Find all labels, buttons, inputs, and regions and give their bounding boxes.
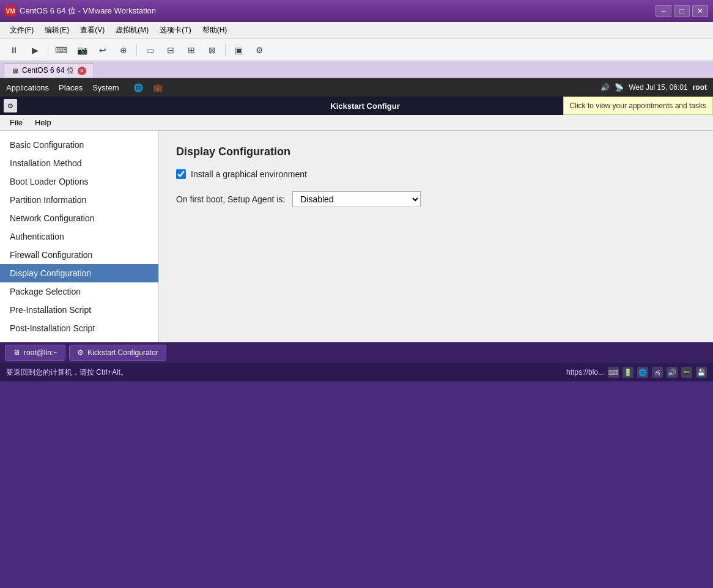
toolbar-separator-3 (225, 44, 226, 56)
graphical-env-label: Install a graphical environment (191, 169, 307, 179)
console-button[interactable]: ▣ (229, 42, 248, 59)
status-icon-3: 🌐 (637, 367, 648, 378)
app-icon: VM (5, 6, 16, 17)
vmware-toolbar: ⏸ ▶ ⌨ 📷 ↩ ⊕ ▭ ⊟ ⊞ ⊠ ▣ ⚙ (0, 39, 713, 61)
vmware-menu-bar: 文件(F) 编辑(E) 查看(V) 虚拟机(M) 选项卡(T) 帮助(H) (0, 22, 713, 39)
sidebar-item-package-selection[interactable]: Package Selection (0, 282, 158, 301)
tab-label: CentOS 6 64 位 (22, 65, 74, 76)
setup-agent-select[interactable]: Disabled Enabled Enabled, but not config… (292, 191, 421, 207)
full-screen[interactable]: ⊞ (182, 42, 201, 59)
menu-file[interactable]: 文件(F) (5, 24, 39, 37)
sidebar-item-display-configuration[interactable]: Display Configuration (0, 264, 158, 282)
app-menu-help[interactable]: Help (30, 117, 56, 128)
tab-close-button[interactable]: ✕ (78, 67, 86, 75)
content-panel: Display Configuration Install a graphica… (159, 131, 713, 342)
menu-view[interactable]: 查看(V) (75, 24, 109, 37)
view-button[interactable]: ▭ (141, 42, 159, 59)
kickstart-app-icon: ⚙ (4, 99, 17, 112)
window-title: CentOS 6 64 位 - VMware Workstation (20, 6, 656, 17)
graphical-env-row: Install a graphical environment (176, 169, 696, 179)
status-icon-1: ⌨ (608, 367, 619, 378)
terminal-icon: 🖥 (13, 348, 20, 357)
status-icon-6: 📟 (681, 367, 692, 378)
kickstart-taskbar-label: Kickstart Configurator (87, 348, 158, 357)
status-icon-7: 💾 (696, 367, 707, 378)
settings-button[interactable]: ⚙ (250, 42, 268, 59)
setup-agent-row: On first boot, Setup Agent is: Disabled … (176, 191, 696, 207)
main-content: Basic Configuration Installation Method … (0, 131, 713, 342)
sidebar: Basic Configuration Installation Method … (0, 131, 159, 342)
tab-bar: 🖥 CentOS 6 64 位 ✕ (0, 61, 713, 78)
sidebar-item-post-installation-script[interactable]: Post-Installation Script (0, 319, 158, 337)
kickstart-taskbar-button[interactable]: ⚙ Kickstart Configurator (69, 345, 166, 361)
menu-tab[interactable]: 选项卡(T) (155, 24, 196, 37)
sidebar-item-partition-information[interactable]: Partition Information (0, 191, 158, 209)
sidebar-item-pre-installation-script[interactable]: Pre-Installation Script (0, 301, 158, 319)
vm-tab[interactable]: 🖥 CentOS 6 64 位 ✕ (4, 63, 94, 78)
clone-button[interactable]: ⊕ (114, 42, 133, 59)
pause-button[interactable]: ⏸ (5, 42, 23, 59)
app-menu-file[interactable]: File (5, 117, 28, 128)
graphical-env-checkbox[interactable] (176, 169, 186, 179)
sidebar-item-firewall-configuration[interactable]: Firewall Configuration (0, 246, 158, 264)
exit-full[interactable]: ⊠ (203, 42, 221, 59)
sidebar-item-authentication[interactable]: Authentication (0, 227, 158, 246)
send-keys-button[interactable]: ⌨ (52, 42, 70, 59)
clock-display[interactable]: Wed Jul 15, 06:01 (629, 83, 688, 92)
status-right: https://blo... ⌨ 🔋 🌐 🖨 🔊 📟 💾 (566, 367, 707, 378)
app-menu-bar: File Help (0, 115, 713, 131)
gnome-menu-left: Applications Places System 🌐 💼 (6, 83, 163, 92)
maximize-button[interactable]: □ (674, 5, 690, 17)
gnome-system[interactable]: System (92, 83, 119, 92)
tooltip-popup[interactable]: Click to view your appointments and task… (563, 97, 713, 115)
status-url: https://blo... (566, 368, 604, 377)
power-button[interactable]: ▶ (26, 42, 44, 59)
window-controls: – □ ✕ (656, 5, 708, 17)
restore-button[interactable]: ↩ (94, 42, 112, 59)
sidebar-item-installation-method[interactable]: Installation Method (0, 154, 158, 172)
snapshot-button[interactable]: 📷 (73, 42, 91, 59)
menu-help[interactable]: 帮助(H) (198, 24, 232, 37)
terminal-taskbar-button[interactable]: 🖥 root@lin:~ (5, 345, 65, 361)
setup-agent-label: On first boot, Setup Agent is: (176, 194, 285, 204)
taskbar: 🖥 root@lin:~ ⚙ Kickstart Configurator (0, 342, 713, 363)
network-icon[interactable]: 📡 (615, 83, 624, 92)
kickstart-icon: ⚙ (77, 348, 84, 357)
title-bar: VM CentOS 6 64 位 - VMware Workstation – … (0, 0, 713, 22)
status-icon-2: 🔋 (622, 367, 634, 378)
toolbar-separator (48, 44, 48, 56)
sidebar-item-basic-configuration[interactable]: Basic Configuration (0, 136, 158, 154)
tooltip-text: Click to view your appointments and task… (570, 101, 706, 110)
status-icon-4: 🖨 (652, 367, 663, 378)
gnome-places[interactable]: Places (59, 83, 83, 92)
gnome-bar: Applications Places System 🌐 💼 🔊 📡 Wed J… (0, 78, 713, 97)
volume-icon[interactable]: 🔊 (600, 83, 610, 92)
sidebar-item-boot-loader-options[interactable]: Boot Loader Options (0, 172, 158, 191)
section-title: Display Configuration (176, 145, 696, 158)
status-icon-5: 🔊 (667, 367, 678, 378)
minimize-button[interactable]: – (656, 5, 671, 17)
terminal-label: root@lin:~ (24, 348, 57, 357)
gnome-globe-icon: 🌐 (133, 83, 143, 92)
gnome-briefcase-icon: 💼 (153, 83, 163, 92)
gnome-applications[interactable]: Applications (6, 83, 49, 92)
menu-edit[interactable]: 编辑(E) (40, 24, 74, 37)
user-display[interactable]: root (693, 83, 707, 92)
menu-vm[interactable]: 虚拟机(M) (111, 24, 153, 37)
sidebar-item-network-configuration[interactable]: Network Configuration (0, 209, 158, 227)
toolbar-separator-2 (136, 44, 137, 56)
close-button[interactable]: ✕ (692, 5, 708, 17)
tab-icon: 🖥 (12, 67, 18, 75)
kickstart-title-bar: ⚙ Kickstart Configur Click to view your … (0, 97, 713, 115)
gnome-bar-right: 🔊 📡 Wed Jul 15, 06:01 root (600, 83, 707, 92)
status-hint: 要返回到您的计算机，请按 Ctrl+Alt。 (6, 367, 128, 378)
status-bar: 要返回到您的计算机，请按 Ctrl+Alt。 https://blo... ⌨ … (0, 363, 713, 381)
split-view[interactable]: ⊟ (161, 42, 180, 59)
